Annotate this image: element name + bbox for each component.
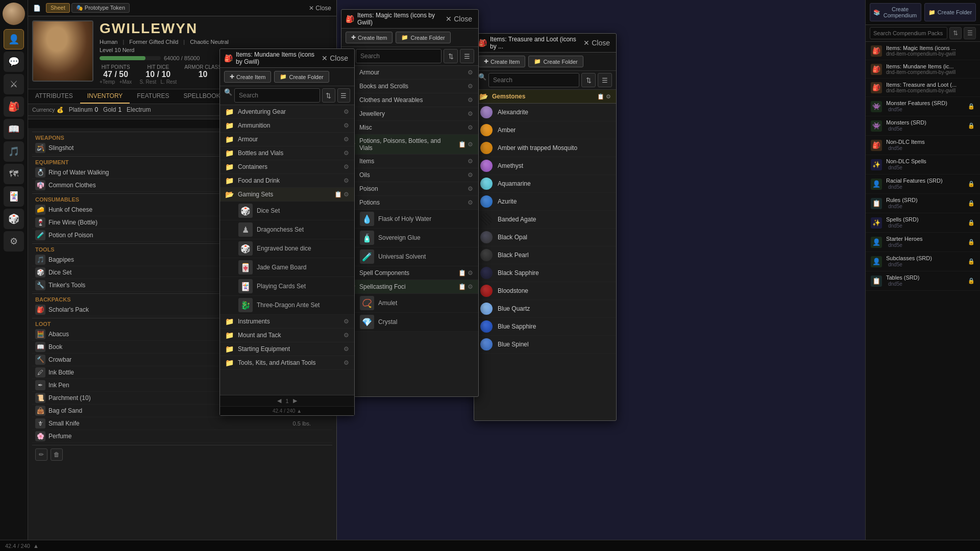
right-item-tables-srd[interactable]: 📋 Tables (SRD) dnd5e 🔒 [866,271,980,291]
right-item-non-dlc-spells[interactable]: ✨ Non-DLC Spells dnd5e [866,155,980,174]
sidebar-icon-character[interactable]: 👤 [4,29,24,49]
cat-tools[interactable]: 📁 Tools, Kits, and Artisan Tools ⚙ [220,356,354,370]
cat-adventuring-gear[interactable]: 📁 Adventuring Gear ⚙ [220,105,354,119]
cat-containers[interactable]: 📁 Containers ⚙ [220,160,354,174]
treasure-sort-button[interactable]: ⇅ [581,73,596,87]
mundane-create-folder-button[interactable]: 📁 Create Folder [274,71,329,83]
subitem-dragonchess[interactable]: ♟ Dragonchess Set [220,220,354,239]
inv-row-perfume[interactable]: 🌸 Perfume [32,430,332,443]
right-create-folder-button[interactable]: 📁 Create Folder [924,3,976,21]
sidebar-icon-cards[interactable]: 🃏 [4,186,24,207]
mundane-sort-button[interactable]: ⇅ [322,88,335,103]
magic-panel-close[interactable]: ✕ Close [444,15,474,23]
sidebar-icon-combat[interactable]: ⚔ [4,74,24,94]
mundane-search-input[interactable] [234,88,320,103]
sidebar-icon-music[interactable]: 🎵 [4,141,24,162]
inv-edit-icon[interactable]: ✏ [35,448,47,461]
right-filter-button[interactable]: ⇅ [949,27,962,39]
gem-bloodstone[interactable]: Bloodstone [474,282,616,300]
nav-inventory[interactable]: Inventory [80,89,130,104]
cat-potions-poisons[interactable]: 📂 Potions, Poisons, Bottles, and Vials 📋… [341,135,478,155]
right-item-subclasses-srd[interactable]: 👤 Subclasses (SRD) dnd5e 🔒 [866,252,980,271]
cat-oils[interactable]: 📁 Oils ⚙ [341,168,478,182]
right-item-magic-items[interactable]: 🎒 Items: Magic Items (icons ... dnd-item… [866,42,980,60]
right-item-mundane-items[interactable]: 🎒 Items: Mundane Items (ic... dnd-item-c… [866,60,980,79]
magic-sort-button[interactable]: ⇅ [444,49,458,63]
next-page-icon[interactable]: ▶ [293,397,297,404]
mundane-filter-button[interactable]: ☰ [337,88,351,103]
treasure-filter-button[interactable]: ☰ [598,73,612,87]
treasure-create-item-button[interactable]: ✚ Create Item [478,56,525,67]
cat-mount-tack[interactable]: 📁 Mount and Tack ⚙ [220,329,354,342]
right-item-non-dlc-items[interactable]: 🎒 Non-DLC Items dnd5e [866,136,980,155]
cat-instruments[interactable]: 📁 Instruments ⚙ [220,315,354,329]
cat-poison[interactable]: 📁 Poison ⚙ [341,182,478,196]
gem-amber-mosquito[interactable]: Amber with trapped Mosquito [474,139,616,157]
gem-black-pearl[interactable]: Black Pearl [474,246,616,264]
cat-spellcasting-foci[interactable]: 📂 Spellcasting Foci 📋 ⚙ [341,280,478,294]
treasure-search-input[interactable] [488,73,579,87]
subitem-dice-set[interactable]: 🎲 Dice Set [220,202,354,220]
subitem-three-dragon[interactable]: 🐉 Three-Dragon Ante Set [220,296,354,315]
gem-blue-spinel[interactable]: Blue Spinel [474,336,616,354]
sidebar-icon-chat[interactable]: 💬 [4,52,24,72]
right-item-rules-srd[interactable]: 📋 Rules (SRD) dnd5e 🔒 [866,194,980,213]
cat-starting-equipment[interactable]: 📁 Starting Equipment ⚙ [220,342,354,356]
treasure-create-folder-button[interactable]: 📁 Create Folder [528,56,583,67]
tab-prototype-token[interactable]: 🎭 Prototype Token [71,3,130,13]
subitem-jade-game-board[interactable]: 🀄 Jade Game Board [220,258,354,277]
treasure-panel-close[interactable]: ✕ Close [581,39,612,47]
magic-create-item-button[interactable]: ✚ Create Item [346,32,393,43]
gem-black-sapphire[interactable]: Black Sapphire [474,264,616,282]
cat-armour[interactable]: 📁 Armour ⚙ [220,133,354,146]
mundane-panel-close[interactable]: ✕ Close [320,54,350,62]
cat-food-drink[interactable]: 📁 Food and Drink ⚙ [220,174,354,188]
cat-potions[interactable]: 📁 Potions ⚙ [341,196,478,210]
right-item-racial-features[interactable]: 👤 Racial Features (SRD) dnd5e 🔒 [866,174,980,194]
gem-black-opal[interactable]: Black Opal [474,229,616,246]
cat-ammunition[interactable]: 📁 Ammunition ⚙ [220,119,354,133]
subitem-flask-holy-water[interactable]: 💧 Flask of Holy Water [341,210,478,229]
gem-amber[interactable]: Amber [474,121,616,139]
gem-aquamarine[interactable]: Aquamarine [474,175,616,193]
sidebar-icon-settings[interactable]: ⚙ [4,231,24,252]
subitem-crystal[interactable]: 💎 Crystal [341,313,478,332]
inv-delete-icon[interactable]: 🗑 [51,448,63,461]
sidebar-icon-scenes[interactable]: 🗺 [4,164,24,184]
nav-attributes[interactable]: Attributes [28,89,80,104]
right-sort-button[interactable]: ☰ [964,27,976,39]
subitem-engraved-bone-dice[interactable]: 🎲 Engraved bone dice [220,239,354,258]
gem-blue-sapphire[interactable]: Blue Sapphire [474,318,616,336]
gem-blue-quartz[interactable]: Blue Quartz [474,300,616,318]
subitem-sovereign-glue[interactable]: 🧴 Sovereign Glue [341,229,478,247]
subitem-amulet[interactable]: 📿 Amulet [341,294,478,313]
nav-features[interactable]: Features [130,89,176,104]
right-item-starter-heroes[interactable]: 👤 Starter Heroes dnd5e 🔒 [866,233,980,252]
cat-bottles[interactable]: 📁 Bottles and Vials ⚙ [220,146,354,160]
mundane-create-item-button[interactable]: ✚ Create Item [224,71,271,83]
tab-sheet[interactable]: Sheet [46,3,70,13]
cat-gemstones[interactable]: 📂 Gemstones 📋 ⚙ [474,90,616,104]
gem-amethyst[interactable]: Amethyst [474,157,616,175]
cat-misc[interactable]: 📁 Misc ⚙ [341,121,478,135]
sidebar-icon-items[interactable]: 🎒 [4,96,24,117]
create-compendium-button[interactable]: 📚 Create Compendium [870,3,921,21]
cat-magic-armour[interactable]: 📁 Armour ⚙ [341,66,478,80]
right-item-monster-features[interactable]: 👾 Monster Features (SRD) dnd5e 🔒 [866,97,980,116]
avatar[interactable] [3,3,25,25]
subitem-universal-solvent[interactable]: 🧪 Universal Solvent [341,247,478,266]
right-item-monsters-srd[interactable]: 👾 Monsters (SRD) dnd5e 🔒 [866,116,980,136]
gem-banded-agate[interactable]: Banded Agate [474,211,616,229]
prev-page-icon[interactable]: ◀ [277,397,281,404]
right-search-input[interactable] [870,27,947,39]
sidebar-icon-journal[interactable]: 📖 [4,119,24,139]
cat-books-scrolls[interactable]: 📁 Books and Scrolls ⚙ [341,80,478,93]
cat-spell-components[interactable]: 📁 Spell Components 📋 ⚙ [341,266,478,280]
right-item-treasure-loot[interactable]: 🎒 Items: Treasure and Loot (... dnd-item… [866,79,980,97]
inv-row-smallknife[interactable]: 🗡 Small Knife 0.5 lbs. [32,417,332,430]
cat-magic-items[interactable]: 📁 Items ⚙ [341,155,478,168]
gem-azurite[interactable]: Azurite [474,193,616,211]
right-item-spells-srd[interactable]: ✨ Spells (SRD) dnd5e 🔒 [866,213,980,233]
cat-clothes-wearables[interactable]: 📁 Clothes and Wearables ⚙ [341,93,478,107]
subitem-playing-cards[interactable]: 🃏 Playing Cards Set [220,277,354,296]
